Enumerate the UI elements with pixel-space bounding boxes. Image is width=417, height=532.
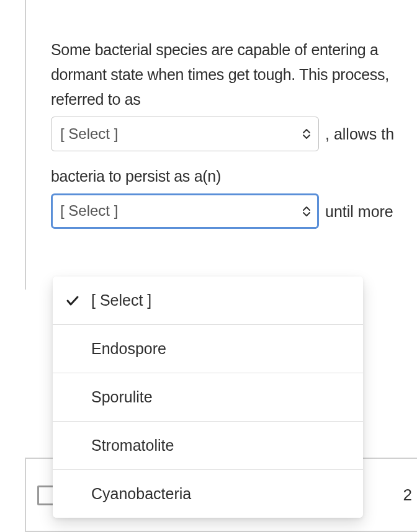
dropdown-option-label: [ Select ] <box>91 291 151 309</box>
select-row-2: [ Select ] until more <box>51 188 417 233</box>
dropdown-option-endospore[interactable]: Endospore <box>53 325 363 373</box>
select-row-1: [ Select ] , allows th <box>51 112 417 156</box>
select-2[interactable]: [ Select ] <box>51 193 319 228</box>
dropdown-menu: [ Select ] Endospore Sporulite Stromatol… <box>53 277 363 518</box>
dropdown-option-label: Endospore <box>91 340 166 357</box>
dropdown-option-select[interactable]: [ Select ] <box>53 277 363 325</box>
dropdown-option-label: Stromatolite <box>91 437 174 454</box>
check-icon <box>65 293 80 308</box>
dropdown-option-label: Cyanobacteria <box>91 485 191 502</box>
dropdown-option-label: Sporulite <box>91 388 153 406</box>
question-text-4: until more <box>325 199 393 224</box>
question-text-1: Some bacterial species are capable of en… <box>51 37 417 112</box>
dropdown-option-stromatolite[interactable]: Stromatolite <box>53 422 363 470</box>
select-2-label: [ Select ] <box>60 199 118 223</box>
question-text-2: , allows th <box>325 122 394 146</box>
question-text-3: bacteria to persist as a(n) <box>51 164 417 188</box>
dropdown-option-cyanobacteria[interactable]: Cyanobacteria <box>53 470 363 518</box>
select-1[interactable]: [ Select ] <box>51 117 319 151</box>
chevron-updown-icon <box>302 128 311 140</box>
select-1-label: [ Select ] <box>60 122 118 146</box>
chevron-updown-icon <box>302 206 311 217</box>
question-container: Some bacterial species are capable of en… <box>25 0 417 290</box>
footer-number: 2 <box>403 485 412 505</box>
dropdown-option-sporulite[interactable]: Sporulite <box>53 373 363 422</box>
